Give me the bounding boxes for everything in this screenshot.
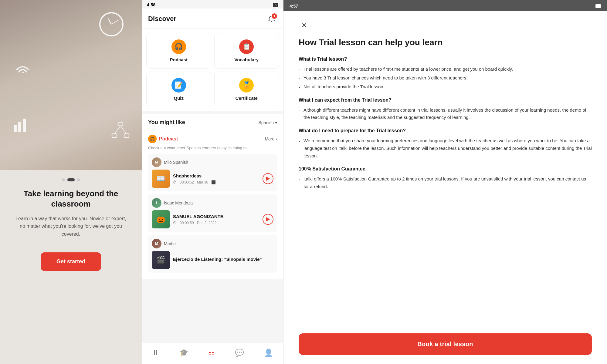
section-what-is: What is Trial lesson? Trial lessons are … xyxy=(299,56,592,90)
podcast-section: 🎧 Podcast More › Check out what other Sp… xyxy=(142,131,283,279)
podcast-user-row: I Isaac Mendoza xyxy=(152,198,273,208)
close-button[interactable]: ✕ xyxy=(299,20,310,31)
nav-chat[interactable]: 💬 xyxy=(235,349,244,357)
play-button[interactable] xyxy=(263,214,273,225)
chat-icon: 💬 xyxy=(235,349,244,357)
bottom-navigation: ⏸ 🎓 ⚏ 💬 👤 xyxy=(142,343,283,364)
certificate-label: Certificate xyxy=(236,96,258,101)
podcast-thumbnail: 📖 xyxy=(152,170,170,188)
vocabulary-icon: 📋 xyxy=(239,39,254,54)
clock-meta-icon: ⏱ xyxy=(173,221,177,225)
nav-pause[interactable]: ⏸ xyxy=(152,349,159,357)
username: Isaac Mendoza xyxy=(164,201,193,205)
bullet-item: You have 3 Trial lesson chances which ne… xyxy=(299,74,592,82)
discover-header: Discover 1 xyxy=(142,8,283,29)
nav-learn[interactable]: 🎓 xyxy=(179,349,188,357)
bullet-list-2: Although different teachers might have d… xyxy=(299,106,592,122)
bullet-list-1: Trial lessons are offered by teachers to… xyxy=(299,66,592,90)
podcast-meta: ⏱ 00:00:52 Mar 30 ⬛ xyxy=(173,180,259,184)
language-filter[interactable]: Spanish ▾ xyxy=(258,120,277,125)
status-bar: 4:58 A xyxy=(142,0,283,8)
p3-time: 4:57 xyxy=(290,4,298,8)
section-prepare: What do I need to prepare for the Trial … xyxy=(299,128,592,160)
subtitle-icon: ⬛ xyxy=(211,180,216,184)
svg-rect-5 xyxy=(112,134,117,137)
bullet-item: Trial lessons are offered by teachers to… xyxy=(299,66,592,73)
clock-icon xyxy=(99,12,124,36)
book-trial-button[interactable]: Book a trial lesson xyxy=(299,333,592,355)
category-certificate[interactable]: 🏅 Certificate xyxy=(214,72,279,107)
clock-meta-icon: ⏱ xyxy=(173,180,177,184)
chart-icon xyxy=(12,117,29,133)
hero-person xyxy=(0,0,142,170)
bullet-item: Although different teachers might have d… xyxy=(299,106,592,122)
section-title-4: 100% Satisfaction Guarantee xyxy=(299,166,592,172)
bullet-list-3: We recommend that you share your learnin… xyxy=(299,137,592,160)
get-started-button[interactable]: Get started xyxy=(41,252,101,271)
svg-rect-1 xyxy=(14,125,17,132)
trial-main-title: How Trial lesson can help you learn xyxy=(299,37,592,48)
avatar: M xyxy=(152,157,161,167)
quiz-icon: 📝 xyxy=(171,78,186,93)
date: Dec 3, 2022 xyxy=(197,221,217,225)
podcast-content-row: 🎬 Ejercecio de Listening: "Sinopsis movi… xyxy=(152,251,273,269)
nav-profile[interactable]: 👤 xyxy=(264,349,273,357)
category-podcast[interactable]: 🎧 Podcast xyxy=(146,33,211,69)
dot-3[interactable] xyxy=(77,178,80,181)
certificate-icon: 🏅 xyxy=(239,78,254,93)
section-title-2: What I can expect from the Trial lesson? xyxy=(299,97,592,103)
play-button[interactable] xyxy=(263,173,273,184)
podcast-section-label: Podcast xyxy=(159,136,178,142)
trial-lesson-footer: Book a trial lesson xyxy=(283,327,607,364)
language-filter-label: Spanish xyxy=(258,120,274,125)
date: Mar 30 xyxy=(197,180,208,184)
dot-2[interactable] xyxy=(67,178,75,181)
carousel-dots xyxy=(62,178,80,181)
podcast-label-wrap: 🎧 Podcast xyxy=(148,135,178,143)
svg-rect-3 xyxy=(23,119,26,132)
apps-icon: ⚏ xyxy=(208,349,215,357)
track-title: Ejercecio de Listening: "Sinopsis movie" xyxy=(173,257,273,262)
section-title-1: What is Trial lesson? xyxy=(299,56,592,62)
podcast-info: Shepherdess ⏱ 00:00:52 Mar 30 ⬛ xyxy=(173,173,259,184)
podcast-info: SAMUEL AGONIZANTE. ⏱ 00:00:59 Dec 3, 202… xyxy=(173,214,259,225)
bullet-item: We recommend that you share your learnin… xyxy=(299,137,592,160)
svg-rect-2 xyxy=(18,122,21,132)
svg-point-0 xyxy=(22,72,24,73)
network-icon xyxy=(111,122,130,140)
notification-button[interactable]: 1 xyxy=(266,13,277,24)
clock-hand-hour xyxy=(108,18,112,25)
nav-discover[interactable]: ⚏ xyxy=(208,349,215,357)
chevron-right-icon: › xyxy=(276,136,277,141)
category-quiz[interactable]: 📝 Quiz xyxy=(146,72,211,107)
wifi-icon xyxy=(15,61,30,74)
podcast-section-icon: 🎧 xyxy=(148,135,157,143)
category-vocabulary[interactable]: 📋 Vocabulary xyxy=(214,33,279,69)
bullet-item: Not all teachers provide the Trial lesso… xyxy=(299,83,592,91)
podcast-content-row: 🎃 SAMUEL AGONIZANTE. ⏱ 00:00:59 Dec 3, 2… xyxy=(152,210,273,228)
clock-hand-min xyxy=(111,20,119,25)
more-button[interactable]: More › xyxy=(265,136,277,141)
status-icons: A xyxy=(273,3,278,7)
duration: 00:00:59 xyxy=(180,221,194,225)
cap-icon: 🎓 xyxy=(179,349,188,357)
more-label: More xyxy=(265,136,274,141)
panel3-status-bar: 4:57 xyxy=(283,0,607,11)
p3-icon-a xyxy=(595,4,601,8)
dot-1[interactable] xyxy=(62,178,65,181)
podcast-info: Ejercecio de Listening: "Sinopsis movie" xyxy=(173,257,273,264)
podcast-user-row: M Martin xyxy=(152,239,273,248)
hero-image xyxy=(0,0,142,170)
podcast-section-header: 🎧 Podcast More › xyxy=(148,135,277,143)
bullet-list-4: italki offers a 100% Satisfaction Guaran… xyxy=(299,175,592,190)
discover-title: Discover xyxy=(148,15,176,23)
person-icon: 👤 xyxy=(264,349,273,357)
username: Milo Spanish xyxy=(164,160,188,165)
quiz-label: Quiz xyxy=(174,96,184,101)
bullet-item: italki offers a 100% Satisfaction Guaran… xyxy=(299,175,592,190)
podcast-user-row: M Milo Spanish xyxy=(152,157,273,167)
chevron-down-icon: ▾ xyxy=(275,120,277,125)
svg-rect-4 xyxy=(118,122,123,126)
svg-line-8 xyxy=(120,126,127,134)
trial-lesson-panel: 4:57 ✕ How Trial lesson can help you lea… xyxy=(283,0,607,364)
